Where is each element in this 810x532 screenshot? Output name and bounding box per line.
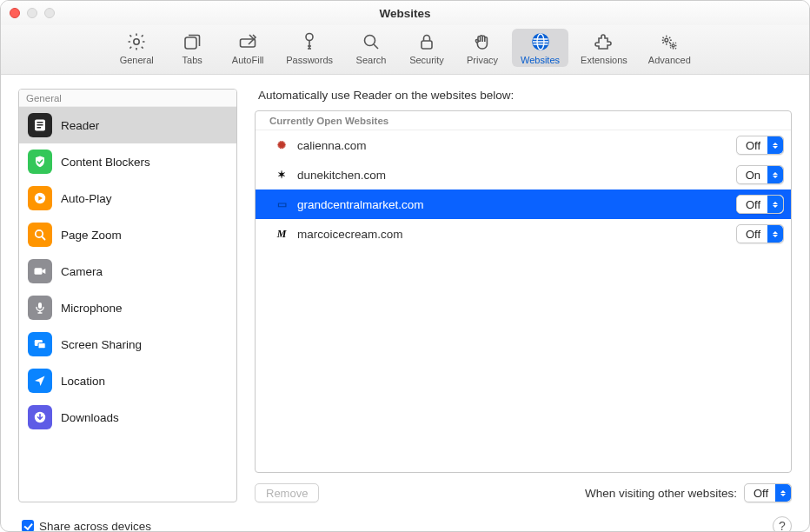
- popup-stepper-icon: [767, 196, 783, 213]
- toolbar-websites[interactable]: Websites: [512, 29, 568, 67]
- site-favicon: ✺: [275, 138, 289, 152]
- main-area: General Reader Content Blockers Auto-Pla…: [1, 75, 809, 509]
- preferences-toolbar: General Tabs AutoFill Passwords Search S…: [1, 25, 809, 75]
- sidebar-label: Location: [61, 375, 105, 388]
- toolbar-extensions[interactable]: Extensions: [572, 29, 636, 67]
- toolbar-label: Search: [356, 55, 387, 65]
- popup-stepper-icon: [775, 484, 791, 502]
- site-name: grandcentralmarket.com: [297, 198, 727, 211]
- site-name: marcoicecream.com: [297, 228, 727, 241]
- website-row[interactable]: ✺ calienna.com Off: [256, 130, 791, 160]
- sidebar-item-camera[interactable]: Camera: [19, 253, 236, 289]
- toolbar-privacy[interactable]: Privacy: [456, 29, 508, 67]
- sidebar-item-auto-play[interactable]: Auto-Play: [19, 180, 236, 216]
- svg-rect-17: [38, 303, 42, 309]
- share-across-devices-checkbox[interactable]: Share across devices: [22, 520, 151, 533]
- location-icon: [28, 369, 52, 393]
- sidebar-item-screen-sharing[interactable]: Screen Sharing: [19, 326, 236, 362]
- svg-rect-13: [37, 127, 41, 128]
- titlebar: Websites: [1, 1, 809, 25]
- toolbar-general[interactable]: General: [110, 29, 163, 67]
- toolbar-passwords[interactable]: Passwords: [277, 29, 342, 67]
- reader-setting-popup[interactable]: On: [736, 165, 784, 184]
- puzzle-icon: [593, 30, 615, 53]
- site-name: dunekitchen.com: [297, 169, 727, 182]
- sidebar-label: Content Blockers: [61, 156, 150, 169]
- sidebar-label: Page Zoom: [61, 229, 122, 242]
- reader-setting-popup[interactable]: Off: [736, 136, 784, 155]
- toolbar-label: Extensions: [581, 55, 627, 65]
- window-title: Websites: [1, 7, 809, 20]
- site-favicon: ✶: [275, 168, 289, 182]
- reader-setting-popup[interactable]: Off: [736, 195, 784, 214]
- toolbar-label: Security: [409, 55, 444, 65]
- svg-rect-1: [185, 37, 196, 49]
- gear-icon: [125, 30, 148, 53]
- content-pane: Automatically use Reader on the websites…: [255, 89, 792, 502]
- other-websites-group: When visiting other websites: Off: [585, 483, 792, 502]
- sidebar-label: Reader: [61, 119, 99, 132]
- sidebar-item-downloads[interactable]: Downloads: [19, 399, 236, 436]
- svg-point-9: [672, 44, 674, 47]
- popup-value: Off: [745, 487, 775, 500]
- sidebar-label: Screen Sharing: [61, 338, 142, 351]
- toolbar-advanced[interactable]: Advanced: [640, 29, 700, 67]
- sidebar-label: Downloads: [61, 411, 119, 424]
- remove-button[interactable]: Remove: [255, 483, 319, 502]
- toolbar-label: Tabs: [183, 55, 202, 65]
- hand-icon: [471, 30, 494, 53]
- websites-list: Currently Open Websites ✺ calienna.com O…: [255, 110, 792, 473]
- sidebar-item-microphone[interactable]: Microphone: [19, 289, 236, 326]
- toolbar-autofill[interactable]: AutoFill: [222, 29, 274, 67]
- lock-icon: [415, 30, 438, 53]
- download-icon: [28, 405, 52, 429]
- popup-stepper-icon: [767, 225, 783, 243]
- sidebar-item-reader[interactable]: Reader: [19, 107, 236, 143]
- site-favicon: M: [275, 227, 289, 241]
- toolbar-label: Websites: [521, 55, 560, 65]
- popup-stepper-icon: [767, 136, 783, 154]
- site-favicon: ▭: [275, 197, 289, 211]
- toolbar-label: Passwords: [286, 55, 333, 65]
- content-bottom-bar: Remove When visiting other websites: Off: [255, 473, 792, 502]
- checkbox-icon: [22, 520, 34, 532]
- toolbar-label: General: [120, 55, 154, 65]
- svg-rect-12: [37, 124, 43, 125]
- toolbar-label: AutoFill: [232, 55, 264, 65]
- svg-rect-5: [422, 41, 432, 49]
- search-icon: [360, 30, 382, 53]
- settings-sidebar: General Reader Content Blockers Auto-Pla…: [18, 89, 237, 502]
- website-row[interactable]: M marcoicecream.com Off: [256, 219, 791, 249]
- website-row[interactable]: ✶ dunekitchen.com On: [256, 160, 791, 190]
- svg-point-0: [134, 39, 139, 44]
- toolbar-search[interactable]: Search: [345, 29, 397, 67]
- gears-icon: [658, 30, 681, 53]
- key-icon: [298, 30, 321, 53]
- sidebar-item-content-blockers[interactable]: Content Blockers: [19, 143, 236, 180]
- other-websites-popup[interactable]: Off: [744, 483, 792, 502]
- site-name: calienna.com: [297, 139, 727, 152]
- shield-icon: [28, 150, 52, 174]
- play-icon: [28, 186, 52, 210]
- sidebar-label: Microphone: [61, 302, 123, 315]
- sidebar-list: Reader Content Blockers Auto-Play Page Z…: [19, 107, 236, 502]
- footer: Share across devices ?: [1, 509, 809, 532]
- help-button[interactable]: ?: [773, 516, 792, 532]
- checkbox-label: Share across devices: [39, 520, 151, 533]
- toolbar-security[interactable]: Security: [401, 29, 453, 67]
- svg-rect-19: [38, 343, 45, 349]
- other-websites-label: When visiting other websites:: [585, 487, 737, 500]
- camera-icon: [28, 259, 52, 283]
- sidebar-item-page-zoom[interactable]: Page Zoom: [19, 216, 236, 253]
- reader-icon: [28, 113, 52, 137]
- toolbar-label: Privacy: [467, 55, 498, 65]
- reader-setting-popup[interactable]: Off: [736, 224, 784, 243]
- sidebar-item-location[interactable]: Location: [19, 362, 236, 399]
- svg-rect-11: [37, 122, 43, 123]
- website-row[interactable]: ▭ grandcentralmarket.com Off: [256, 190, 791, 219]
- toolbar-label: Advanced: [648, 55, 691, 65]
- popup-value: On: [737, 169, 767, 182]
- microphone-icon: [28, 296, 52, 320]
- toolbar-tabs[interactable]: Tabs: [166, 29, 218, 67]
- globe-icon: [529, 30, 552, 53]
